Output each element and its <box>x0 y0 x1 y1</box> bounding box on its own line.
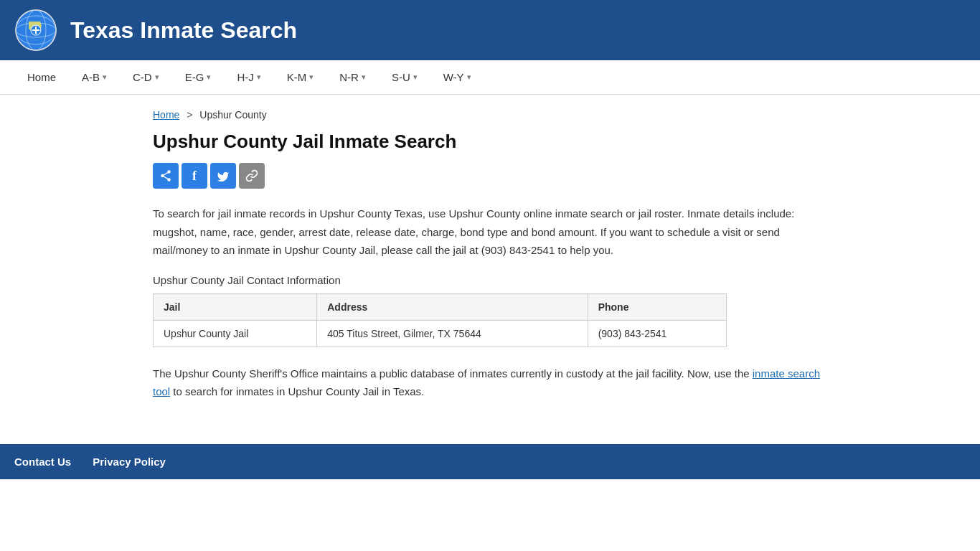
facebook-button[interactable]: f <box>182 163 207 189</box>
table-row: Upshur County Jail 405 Titus Street, Gil… <box>154 320 727 347</box>
col-jail: Jail <box>154 293 317 320</box>
table-body: Upshur County Jail 405 Titus Street, Gil… <box>154 320 727 347</box>
breadcrumb-home-link[interactable]: Home <box>153 109 179 121</box>
nav-ab[interactable]: A-B ▾ <box>69 61 120 93</box>
nav-cd[interactable]: C-D ▾ <box>120 61 172 93</box>
nav-nr[interactable]: N-R ▾ <box>326 61 379 93</box>
nav-km[interactable]: K-M ▾ <box>274 61 327 93</box>
main-content: Home > Upshur County Upshur County Jail … <box>131 95 849 423</box>
breadcrumb-separator: > <box>187 109 192 121</box>
twitter-icon <box>217 171 230 182</box>
svg-line-12 <box>163 172 169 176</box>
footer-privacy-link[interactable]: Privacy Policy <box>93 456 166 468</box>
col-phone: Phone <box>588 293 726 320</box>
cell-jail-name: Upshur County Jail <box>154 320 317 347</box>
nav-cd-caret: ▾ <box>155 72 159 82</box>
nav-su[interactable]: S-U ▾ <box>379 61 430 93</box>
contact-table: Jail Address Phone Upshur County Jail 40… <box>153 293 727 347</box>
contact-info-heading: Upshur County Jail Contact Information <box>153 274 827 286</box>
description-paragraph: To search for jail inmate records in Ups… <box>153 204 827 260</box>
nav-wy-caret: ▾ <box>467 72 471 82</box>
nav-nr-caret: ▾ <box>362 72 366 82</box>
cell-jail-address: 405 Titus Street, Gilmer, TX 75644 <box>317 320 588 347</box>
link-icon <box>245 169 258 182</box>
nav-su-caret: ▾ <box>413 72 418 82</box>
table-header-row: Jail Address Phone <box>154 293 727 320</box>
site-header: Texas Inmate Search <box>0 0 980 60</box>
site-title: Texas Inmate Search <box>70 17 297 44</box>
svg-line-13 <box>163 176 169 179</box>
social-buttons: f <box>153 163 827 189</box>
share-icon <box>159 169 172 182</box>
nav-eg-caret: ▾ <box>207 72 211 82</box>
page-title: Upshur County Jail Inmate Search <box>153 131 827 153</box>
site-footer: Contact Us Privacy Policy <box>0 444 980 479</box>
second-paragraph: The Upshur County Sheriff's Office maint… <box>153 364 827 401</box>
nav-hj[interactable]: H-J ▾ <box>224 61 273 93</box>
cell-jail-phone: (903) 843-2541 <box>588 320 726 347</box>
copy-link-button[interactable] <box>239 163 265 189</box>
nav-hj-caret: ▾ <box>257 72 261 82</box>
table-head: Jail Address Phone <box>154 293 727 320</box>
main-nav: Home A-B ▾ C-D ▾ E-G ▾ H-J ▾ K-M ▾ N-R ▾… <box>0 60 980 95</box>
nav-eg[interactable]: E-G ▾ <box>172 61 225 93</box>
nav-wy[interactable]: W-Y ▾ <box>430 61 484 93</box>
nav-home[interactable]: Home <box>14 61 69 93</box>
share-button[interactable] <box>153 163 179 189</box>
nav-ab-caret: ▾ <box>103 72 107 82</box>
second-para-before: The Upshur County Sheriff's Office maint… <box>153 367 753 380</box>
twitter-button[interactable] <box>210 163 236 189</box>
site-logo <box>14 9 57 52</box>
nav-km-caret: ▾ <box>309 72 314 82</box>
breadcrumb-current: Upshur County <box>199 109 266 121</box>
facebook-icon: f <box>192 169 197 184</box>
breadcrumb: Home > Upshur County <box>153 109 827 121</box>
second-para-after: to search for inmates in Upshur County J… <box>170 385 424 397</box>
footer-contact-link[interactable]: Contact Us <box>14 456 71 468</box>
col-address: Address <box>317 293 588 320</box>
